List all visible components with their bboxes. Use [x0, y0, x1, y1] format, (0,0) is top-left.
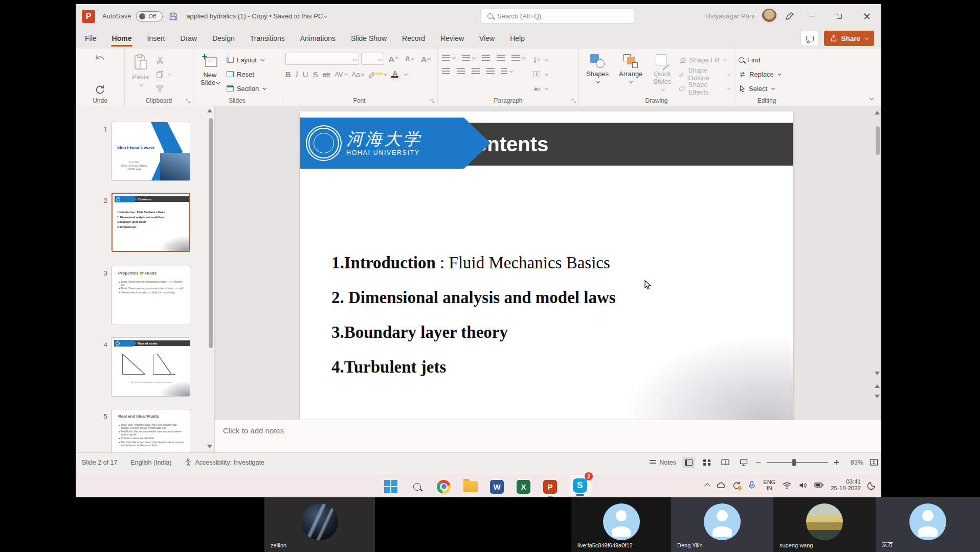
panel-scrollbar[interactable] — [209, 118, 213, 348]
clipboard-dialog-launcher[interactable] — [186, 99, 191, 104]
speaker-icon[interactable] — [798, 481, 808, 489]
autosave-toggle[interactable]: Off — [136, 11, 163, 21]
file-explorer-button[interactable] — [462, 479, 478, 495]
shrink-font-button[interactable]: A — [403, 55, 416, 62]
columns-icon[interactable] — [501, 68, 507, 74]
select-button[interactable]: Select — [739, 82, 781, 95]
chrome-taskbar-button[interactable] — [436, 479, 452, 495]
battery-icon[interactable] — [814, 481, 824, 489]
taskbar-search-button[interactable] — [409, 479, 425, 495]
notes-pane[interactable]: Click to add notes — [215, 420, 881, 452]
reset-button[interactable]: Reset — [227, 68, 266, 80]
slide-thumbnail-2-selected[interactable]: Contents 1.Introduction : Fluid Mechanic… — [112, 193, 190, 252]
zoom-in-button[interactable] — [834, 460, 839, 465]
find-button[interactable]: Find — [739, 54, 781, 66]
section-button[interactable]: Section — [227, 82, 266, 95]
participant-tile-zellion[interactable]: zellion — [264, 497, 375, 552]
decrease-indent-icon[interactable] — [482, 55, 490, 61]
tab-slide-show[interactable]: Slide Show — [350, 32, 388, 44]
tab-record[interactable]: Record — [401, 32, 426, 44]
tab-transitions[interactable]: Transitions — [249, 32, 286, 44]
repeat-icon[interactable] — [95, 84, 105, 95]
bullets-chevron-icon[interactable] — [452, 55, 456, 59]
tab-help[interactable]: Help — [509, 32, 526, 44]
strikethrough-button[interactable]: S — [313, 70, 318, 79]
accessibility-status[interactable]: Accessibility: Investigate — [185, 458, 264, 466]
notes-toggle-button[interactable]: Notes — [650, 459, 676, 466]
convert-smartart-button[interactable] — [533, 82, 548, 95]
character-spacing-button[interactable]: AV — [335, 71, 347, 78]
clock[interactable]: 03:4125-10-2022 — [831, 478, 861, 492]
font-size-input[interactable] — [361, 53, 384, 65]
bullets-icon[interactable] — [442, 55, 450, 61]
panel-scroll-down-icon[interactable] — [207, 445, 212, 448]
comments-button[interactable] — [800, 31, 819, 46]
underline-button[interactable]: U — [303, 70, 308, 79]
canvas-scroll-up-icon[interactable] — [875, 111, 880, 114]
tab-review[interactable]: Review — [439, 32, 465, 44]
do-not-disturb-moon-icon[interactable] — [867, 481, 876, 490]
font-name-input[interactable] — [285, 53, 359, 65]
close-button[interactable] — [857, 9, 877, 24]
numbering-chevron-icon[interactable] — [472, 55, 476, 59]
align-right-icon[interactable] — [472, 68, 480, 74]
minimize-button[interactable] — [801, 9, 822, 24]
reading-view-button[interactable] — [719, 457, 731, 468]
font-dialog-launcher[interactable] — [430, 99, 435, 104]
previous-slide-button[interactable] — [875, 384, 880, 388]
shape-effects-button[interactable]: Shape Effects — [679, 82, 730, 95]
tab-view[interactable]: View — [478, 32, 496, 44]
arrange-button[interactable]: Arrange — [616, 53, 645, 96]
zoom-level[interactable]: 83% — [845, 459, 863, 466]
zoom-slider[interactable] — [767, 462, 828, 463]
participant-tile-anwan[interactable]: 安万 — [876, 497, 980, 552]
font-color-chevron-icon[interactable] — [404, 72, 408, 76]
align-left-icon[interactable] — [442, 68, 450, 74]
powerpoint-taskbar-button[interactable]: P — [542, 479, 558, 495]
current-slide[interactable]: Contents 河海大学 HOHAI UNIVERSITY 1.Introdu… — [300, 111, 793, 420]
tab-file[interactable]: File — [84, 32, 98, 44]
document-title[interactable]: applied hydralics (1) - Copy • Saved to … — [186, 12, 327, 20]
onedrive-cloud-icon[interactable] — [716, 481, 725, 489]
slide-sorter-view-button[interactable] — [701, 457, 713, 468]
change-case-button[interactable]: Aa — [352, 71, 364, 78]
tab-home[interactable]: Home — [111, 32, 133, 44]
numbering-icon[interactable] — [462, 55, 470, 61]
strikethrough-ab-button[interactable]: ab — [323, 71, 330, 78]
collapse-ribbon-icon[interactable] — [870, 96, 874, 100]
powerpoint-app-icon[interactable]: P — [82, 10, 95, 23]
shape-outline-button[interactable]: Shape Outline — [679, 68, 730, 80]
increase-indent-icon[interactable] — [497, 55, 505, 61]
user-avatar[interactable] — [762, 9, 777, 24]
slide-thumbnail-3[interactable]: Properties of Fluids Solids: Shear stres… — [112, 266, 190, 325]
participant-tile-supeng-wang[interactable]: supeng wang — [773, 497, 876, 552]
slide-thumbnail-5[interactable]: Real and Ideal Fluids Ideal Fluids : Inc… — [112, 409, 190, 452]
layout-button[interactable]: Layout — [227, 54, 266, 66]
input-language-indicator[interactable]: ENGIN — [763, 479, 775, 491]
zoom-out-button[interactable] — [756, 462, 761, 463]
align-text-button[interactable] — [533, 68, 548, 80]
fit-slide-to-window-icon[interactable] — [870, 458, 878, 467]
shape-fill-button[interactable]: Shape Fill — [679, 54, 730, 66]
search-input[interactable]: Search (Alt+Q) — [481, 8, 634, 24]
format-painter-button[interactable] — [156, 82, 171, 95]
excel-taskbar-button[interactable]: X — [516, 479, 531, 495]
paragraph-dialog-launcher[interactable] — [571, 99, 576, 104]
ink-pen-icon[interactable] — [784, 11, 794, 21]
quick-styles-button[interactable]: QuickStyles — [650, 53, 675, 96]
tray-show-hidden-icons[interactable] — [705, 483, 710, 489]
paste-button[interactable]: Paste — [129, 53, 152, 96]
bold-button[interactable]: B — [285, 70, 291, 79]
tab-insert[interactable]: Insert — [146, 32, 166, 44]
panel-scroll-up-icon[interactable] — [207, 109, 212, 112]
canvas-scrollbar[interactable] — [876, 126, 880, 155]
wifi-icon[interactable] — [782, 481, 792, 489]
copy-button[interactable] — [156, 68, 171, 80]
skype-taskbar-button[interactable]: S 2 — [569, 474, 591, 497]
microphone-icon[interactable] — [747, 480, 756, 490]
slide-show-button[interactable] — [738, 457, 750, 468]
line-spacing-chevron-icon[interactable] — [522, 55, 525, 59]
word-taskbar-button[interactable]: W — [489, 479, 505, 495]
grow-font-button[interactable]: A — [386, 55, 401, 63]
sync-status-icon[interactable] — [732, 481, 741, 490]
